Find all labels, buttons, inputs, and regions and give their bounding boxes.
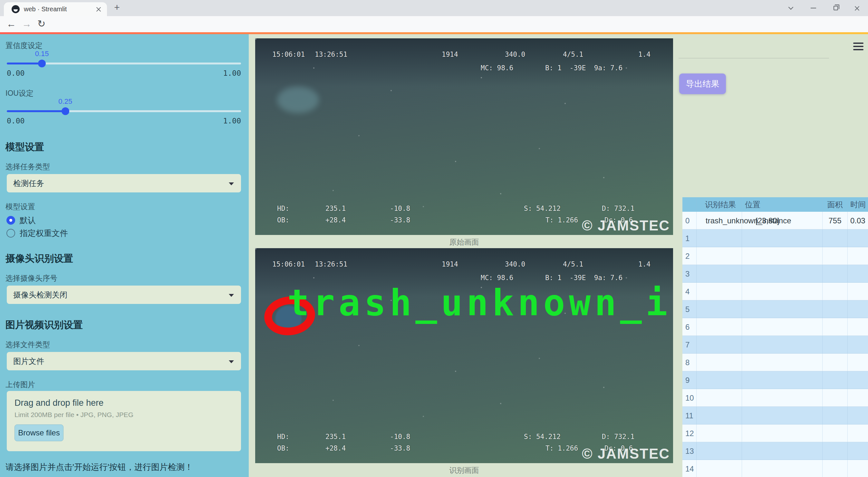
position-cell[interactable]: [742, 230, 823, 247]
time-cell[interactable]: [848, 318, 868, 335]
slider-thumb[interactable]: [62, 107, 69, 115]
time-cell[interactable]: [848, 265, 868, 282]
table-row[interactable]: 8: [682, 354, 868, 371]
table-row[interactable]: 7: [682, 336, 868, 354]
table-row[interactable]: 3: [682, 265, 868, 282]
time-cell[interactable]: [848, 389, 868, 407]
radio-default[interactable]: 默认: [6, 215, 36, 225]
camera-select[interactable]: 摄像头检测关闭: [7, 286, 241, 304]
reload-icon[interactable]: ↻: [37, 16, 45, 32]
area-cell[interactable]: [823, 389, 848, 407]
area-column-header[interactable]: 面积: [823, 197, 848, 212]
area-cell[interactable]: [823, 442, 848, 459]
result-cell[interactable]: [696, 282, 742, 300]
area-cell[interactable]: [823, 407, 848, 424]
back-icon[interactable]: ←: [6, 16, 16, 32]
area-cell[interactable]: [823, 247, 848, 265]
result-cell[interactable]: [696, 247, 742, 265]
result-column-header[interactable]: 识别结果: [696, 197, 742, 212]
result-cell[interactable]: trash_unknown_instance: [696, 212, 742, 229]
time-cell[interactable]: [848, 407, 868, 424]
area-cell[interactable]: [823, 336, 848, 353]
result-cell[interactable]: [696, 300, 742, 318]
area-cell[interactable]: [823, 424, 848, 442]
table-row[interactable]: 4: [682, 282, 868, 300]
result-cell[interactable]: [696, 230, 742, 247]
table-row[interactable]: 5: [682, 300, 868, 318]
area-cell[interactable]: 755: [823, 212, 848, 229]
table-row[interactable]: 6: [682, 318, 868, 336]
position-cell[interactable]: [742, 247, 823, 265]
result-cell[interactable]: [696, 354, 742, 371]
table-row[interactable]: 13: [682, 442, 868, 460]
time-cell[interactable]: [848, 282, 868, 300]
area-cell[interactable]: [823, 460, 848, 477]
tab-close-icon[interactable]: [95, 6, 102, 12]
time-cell[interactable]: [848, 460, 868, 477]
position-cell[interactable]: [742, 371, 823, 389]
area-cell[interactable]: [823, 265, 848, 282]
table-row[interactable]: 9: [682, 371, 868, 389]
result-cell[interactable]: [696, 442, 742, 459]
new-tab-button[interactable]: +: [112, 3, 122, 12]
result-cell[interactable]: [696, 336, 742, 353]
table-row[interactable]: 11: [682, 407, 868, 424]
position-cell[interactable]: [742, 300, 823, 318]
position-cell[interactable]: [742, 442, 823, 459]
time-cell[interactable]: [848, 230, 868, 247]
tab-search-chevron-icon[interactable]: [786, 4, 796, 12]
result-cell[interactable]: [696, 371, 742, 389]
result-cell[interactable]: [696, 265, 742, 282]
time-cell[interactable]: [848, 300, 868, 318]
browser-tab[interactable]: web · Streamlit: [4, 2, 107, 16]
slider-thumb[interactable]: [38, 60, 46, 67]
table-row[interactable]: 10: [682, 389, 868, 407]
area-cell[interactable]: [823, 230, 848, 247]
forward-icon[interactable]: →: [22, 16, 32, 32]
result-cell[interactable]: [696, 460, 742, 477]
file-type-select[interactable]: 图片文件: [7, 352, 241, 370]
time-cell[interactable]: [848, 371, 868, 389]
position-cell[interactable]: [742, 407, 823, 424]
position-cell[interactable]: [742, 389, 823, 407]
window-minimize-button[interactable]: [809, 4, 818, 12]
radio-selected-icon[interactable]: [6, 216, 15, 225]
area-cell[interactable]: [823, 354, 848, 371]
table-row[interactable]: 0trash_unknown_instance[23,80]7550.03: [682, 212, 868, 230]
area-cell[interactable]: [823, 318, 848, 335]
export-results-button[interactable]: 导出结果: [679, 73, 726, 94]
position-cell[interactable]: [742, 354, 823, 371]
table-row[interactable]: 2: [682, 247, 868, 265]
time-cell[interactable]: [848, 354, 868, 371]
table-row[interactable]: 14: [682, 460, 868, 477]
time-cell[interactable]: [848, 424, 868, 442]
time-cell[interactable]: [848, 336, 868, 353]
area-cell[interactable]: [823, 282, 848, 300]
result-cell[interactable]: [696, 318, 742, 335]
iou-slider[interactable]: 0.25: [7, 110, 241, 112]
time-column-header[interactable]: 时间: [848, 197, 868, 212]
table-row[interactable]: 12: [682, 424, 868, 442]
table-row[interactable]: 1: [682, 230, 868, 247]
result-cell[interactable]: [696, 424, 742, 442]
area-cell[interactable]: [823, 300, 848, 318]
file-uploader-dropzone[interactable]: Drag and drop file here Limit 200MB per …: [7, 391, 241, 451]
window-close-button[interactable]: [854, 5, 864, 13]
confidence-slider[interactable]: 0.15: [7, 62, 241, 64]
radio-custom-weights[interactable]: 指定权重文件: [6, 228, 68, 238]
window-restore-button[interactable]: [831, 4, 841, 12]
app-menu-icon[interactable]: [853, 42, 864, 44]
radio-unselected-icon[interactable]: [6, 229, 15, 238]
time-cell[interactable]: [848, 442, 868, 459]
position-cell[interactable]: [742, 460, 823, 477]
task-type-select[interactable]: 检测任务: [7, 174, 241, 192]
result-cell[interactable]: [696, 389, 742, 407]
area-cell[interactable]: [823, 371, 848, 389]
position-cell[interactable]: [742, 282, 823, 300]
position-column-header[interactable]: 位置: [742, 197, 823, 212]
browse-files-button[interactable]: Browse files: [14, 424, 63, 441]
result-cell[interactable]: [696, 407, 742, 424]
time-cell[interactable]: [848, 247, 868, 265]
position-cell[interactable]: [742, 318, 823, 335]
position-cell[interactable]: [742, 336, 823, 353]
